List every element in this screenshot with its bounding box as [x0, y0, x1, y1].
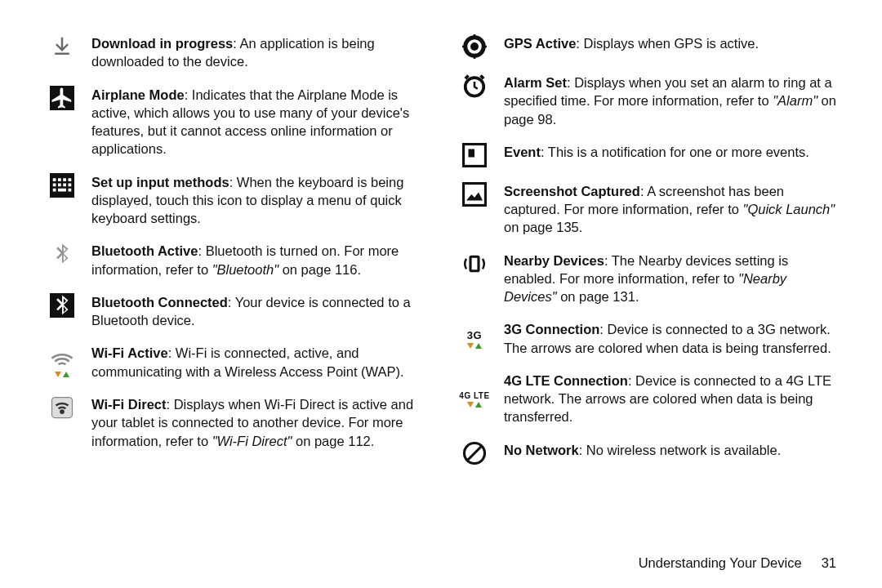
entry-text: Alarm Set: Displays when you set an alar…	[504, 74, 836, 128]
svg-rect-6	[69, 178, 72, 181]
wifi-icon	[50, 347, 74, 372]
entry-airplane: Airplane Mode: Indicates that the Airpla…	[46, 86, 424, 158]
entry-text: GPS Active: Displays when GPS is active.	[504, 34, 759, 59]
entry-4g: 4G LTE 4G LTE Connection: Device is conn…	[458, 372, 836, 426]
entry-text: Download in progress: An application is …	[91, 34, 424, 71]
bluetooth-connected-icon	[50, 293, 74, 318]
columns: Download in progress: An application is …	[46, 34, 836, 544]
download-icon	[50, 34, 74, 59]
svg-rect-11	[53, 188, 56, 191]
entry-text: Wi-Fi Active: Wi-Fi is connected, active…	[91, 344, 424, 381]
svg-rect-23	[483, 46, 487, 48]
gps-icon	[462, 34, 487, 59]
entry-text: Airplane Mode: Indicates that the Airpla…	[91, 86, 424, 158]
entry-text: 3G Connection: Device is connected to a …	[504, 320, 836, 357]
svg-rect-22	[462, 46, 466, 48]
entry-wifi-active: Wi-Fi Active: Wi-Fi is connected, active…	[46, 344, 424, 381]
section-title: Understanding Your Device	[639, 554, 802, 572]
network-3g-icon: 3G	[467, 328, 482, 343]
entry-text: Set up input methods: When the keyboard …	[91, 173, 424, 228]
svg-rect-9	[63, 183, 66, 186]
no-network-icon	[462, 441, 487, 466]
data-arrows-icon	[467, 402, 482, 408]
svg-rect-8	[58, 183, 61, 186]
data-arrows-icon	[55, 372, 69, 377]
svg-rect-27	[463, 183, 486, 206]
entry-bluetooth-active: Bluetooth Active: Bluetooth is turned on…	[46, 242, 424, 278]
entry-text: 4G LTE Connection: Device is connected t…	[504, 372, 836, 426]
svg-rect-12	[58, 188, 66, 191]
wifi-direct-icon	[50, 395, 74, 420]
svg-rect-26	[469, 149, 475, 157]
svg-line-30	[467, 446, 482, 461]
entry-bluetooth-connected: Bluetooth Connected: Your device is conn…	[46, 293, 424, 330]
entry-text: No Network: No wireless network is avail…	[504, 441, 781, 466]
entry-event: Event: This is a notification for one or…	[458, 143, 836, 167]
svg-rect-10	[69, 183, 72, 186]
entry-text: Bluetooth Connected: Your device is conn…	[91, 293, 424, 330]
svg-point-19	[470, 42, 479, 51]
svg-rect-5	[63, 178, 66, 181]
network-4glte-icon: 4G LTE	[459, 390, 489, 402]
entry-text: Wi-Fi Direct: Displays when Wi-Fi Direct…	[91, 395, 424, 450]
bluetooth-icon	[50, 242, 74, 266]
right-column: GPS Active: Displays when GPS is active.…	[458, 34, 836, 544]
entry-no-network: No Network: No wireless network is avail…	[458, 441, 836, 466]
entry-text: Screenshot Captured: A screenshot has be…	[504, 182, 836, 237]
svg-point-16	[60, 410, 63, 412]
keyboard-icon	[50, 173, 74, 198]
entry-screenshot: Screenshot Captured: A screenshot has be…	[458, 182, 836, 237]
svg-rect-3	[53, 178, 56, 181]
svg-rect-21	[474, 55, 476, 59]
screenshot-icon	[462, 182, 487, 207]
nearby-devices-icon	[462, 252, 487, 276]
airplane-icon	[50, 86, 74, 110]
entry-input-methods: Set up input methods: When the keyboard …	[46, 173, 424, 228]
page-footer: Understanding Your Device 31	[46, 544, 836, 572]
entry-alarm: Alarm Set: Displays when you set an alar…	[458, 74, 836, 128]
entry-3g: 3G 3G Connection: Device is connected to…	[458, 320, 836, 357]
entry-wifi-direct: Wi-Fi Direct: Displays when Wi-Fi Direct…	[46, 395, 424, 450]
page-number: 31	[822, 554, 836, 572]
entry-gps: GPS Active: Displays when GPS is active.	[458, 34, 836, 59]
svg-rect-4	[58, 178, 61, 181]
svg-rect-7	[53, 183, 56, 186]
entry-nearby: Nearby Devices: The Nearby devices setti…	[458, 252, 836, 306]
data-arrows-icon	[467, 343, 482, 349]
entry-text: Bluetooth Active: Bluetooth is turned on…	[91, 242, 424, 278]
event-icon	[462, 143, 487, 167]
alarm-icon	[462, 74, 487, 98]
entry-text: Event: This is a notification for one or…	[504, 143, 809, 167]
left-column: Download in progress: An application is …	[46, 34, 424, 544]
manual-page: Download in progress: An application is …	[0, 0, 882, 588]
svg-rect-28	[470, 256, 479, 271]
entry-text: Nearby Devices: The Nearby devices setti…	[504, 252, 836, 306]
svg-rect-0	[55, 53, 69, 56]
svg-rect-20	[474, 34, 476, 38]
svg-rect-13	[69, 188, 72, 191]
entry-download: Download in progress: An application is …	[46, 34, 424, 71]
